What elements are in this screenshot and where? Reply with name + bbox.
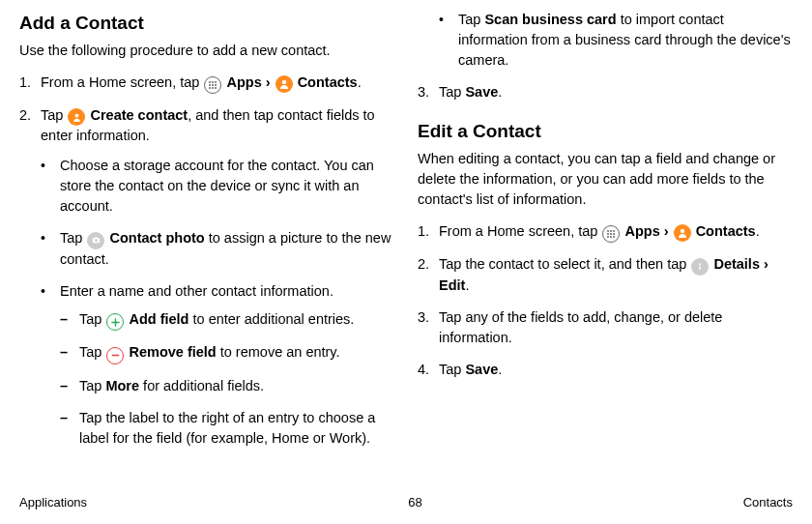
apps-label: Apps xyxy=(226,74,261,90)
svg-point-19 xyxy=(613,233,615,235)
step1-prefix: From a Home screen, tap xyxy=(41,74,203,90)
details-icon xyxy=(691,258,709,276)
e2-edit: Edit xyxy=(439,277,465,293)
scan-label: Scan business card xyxy=(484,12,616,27)
dash-label-entry: Tap the label to the right of an entry t… xyxy=(60,408,394,449)
svg-point-22 xyxy=(613,236,615,238)
edit-step-4: Tap Save. xyxy=(418,360,793,380)
svg-point-18 xyxy=(610,233,612,235)
create-contact-icon xyxy=(68,108,85,126)
svg-point-4 xyxy=(212,84,214,86)
e1-apps: Apps xyxy=(624,223,659,239)
contact-photo-icon xyxy=(87,232,104,249)
create-contact-label: Create contact xyxy=(90,107,188,123)
svg-point-21 xyxy=(610,236,612,238)
svg-point-13 xyxy=(95,239,98,242)
step-2: Tap Create contact, and then tap contact… xyxy=(19,105,394,449)
more-suffix: for additional fields. xyxy=(139,378,264,393)
svg-point-16 xyxy=(613,230,615,232)
step-3-save: Tap Save. xyxy=(418,82,793,102)
dash-more: Tap More for additional fields. xyxy=(60,376,394,396)
step-1: From a Home screen, tap Apps › Contacts. xyxy=(19,73,394,94)
removefield-prefix: Tap xyxy=(79,344,105,360)
right-top-bullet: Tap Scan business card to import contact… xyxy=(418,10,793,71)
more-prefix: Tap xyxy=(79,378,105,393)
photo-prefix: Tap xyxy=(60,230,86,246)
bullet-name-text: Enter a name and other contact informati… xyxy=(60,283,334,299)
contacts-icon xyxy=(276,75,293,93)
right-save-step: Tap Save. xyxy=(418,82,793,102)
svg-point-20 xyxy=(607,236,609,238)
edit-step-3: Tap any of the fields to add, change, or… xyxy=(418,307,793,348)
bullet-name: Enter a name and other contact informati… xyxy=(41,281,394,449)
svg-point-8 xyxy=(215,87,217,89)
e1-prefix: From a Home screen, tap xyxy=(439,223,601,239)
svg-point-14 xyxy=(607,230,609,232)
bullet-scan: Tap Scan business card to import contact… xyxy=(439,10,793,71)
add-steps: From a Home screen, tap Apps › Contacts.… xyxy=(19,73,394,449)
addfield-prefix: Tap xyxy=(79,311,105,327)
minus-icon xyxy=(106,347,124,364)
footer-left: Applications xyxy=(19,495,87,509)
contacts-label: Contacts xyxy=(298,74,358,90)
removefield-suffix: to remove an entry. xyxy=(217,344,340,360)
svg-point-2 xyxy=(215,81,217,83)
addfield-suffix: to enter additional entries. xyxy=(188,311,354,327)
dash-removefield: Tap Remove field to remove an entry. xyxy=(60,342,394,364)
contacts-icon xyxy=(674,224,691,242)
scan-prefix: Tap xyxy=(458,12,484,27)
e2-sep: › xyxy=(760,256,768,272)
intro-add: Use the following procedure to add a new… xyxy=(19,41,394,61)
step1-sep: › xyxy=(266,74,275,90)
photo-label: Contact photo xyxy=(109,230,204,246)
heading-add-contact: Add a Contact xyxy=(19,10,394,37)
edit-step-1: From a Home screen, tap Apps › Contacts. xyxy=(418,221,793,243)
right-column: Tap Scan business card to import contact… xyxy=(418,10,793,483)
save-end: . xyxy=(498,84,502,100)
e4-end: . xyxy=(498,362,502,377)
e1-sep: › xyxy=(664,223,673,239)
edit-step-2: Tap the contact to select it, and then t… xyxy=(418,254,793,296)
addfield-label: Add field xyxy=(129,311,188,327)
svg-point-6 xyxy=(209,87,211,89)
svg-rect-25 xyxy=(700,266,701,270)
svg-point-15 xyxy=(610,230,612,232)
svg-point-9 xyxy=(281,79,285,83)
svg-point-7 xyxy=(212,87,214,89)
e2-end: . xyxy=(465,277,469,293)
e1-end: . xyxy=(756,223,760,239)
save-prefix: Tap xyxy=(439,84,465,100)
heading-edit-contact: Edit a Contact xyxy=(418,118,793,145)
e2-prefix: Tap the contact to select it, and then t… xyxy=(439,256,690,272)
svg-point-1 xyxy=(212,81,214,83)
page-content: Add a Contact Use the following procedur… xyxy=(19,10,793,483)
e4-save: Save xyxy=(465,362,498,377)
svg-point-5 xyxy=(215,84,217,86)
sub-dash: Tap Add field to enter additional entrie… xyxy=(60,309,394,449)
e2-details: Details xyxy=(713,256,760,272)
svg-point-24 xyxy=(699,263,701,265)
e4-prefix: Tap xyxy=(439,362,465,377)
svg-point-10 xyxy=(75,113,79,117)
step2-bullets: Choose a storage account for the contact… xyxy=(41,156,394,449)
page-footer: Applications 68 Contacts xyxy=(19,483,793,512)
left-column: Add a Contact Use the following procedur… xyxy=(19,10,394,483)
svg-point-17 xyxy=(607,233,609,235)
intro-edit: When editing a contact, you can tap a fi… xyxy=(418,149,793,210)
svg-rect-12 xyxy=(95,237,98,239)
plus-icon xyxy=(106,313,124,331)
step1-end: . xyxy=(358,74,362,90)
e1-contacts: Contacts xyxy=(696,223,756,239)
bullet-photo: Tap Contact photo to assign a picture to… xyxy=(41,228,394,270)
footer-right: Contacts xyxy=(743,495,793,509)
more-label: More xyxy=(105,378,139,393)
footer-page: 68 xyxy=(408,495,421,509)
step2-prefix: Tap xyxy=(41,107,67,123)
save-label: Save xyxy=(465,84,498,100)
removefield-label: Remove field xyxy=(129,344,216,360)
apps-icon xyxy=(204,76,221,94)
edit-steps: From a Home screen, tap Apps › Contacts.… xyxy=(418,221,793,380)
svg-point-3 xyxy=(209,84,211,86)
apps-icon xyxy=(602,225,620,243)
svg-point-23 xyxy=(680,228,683,232)
